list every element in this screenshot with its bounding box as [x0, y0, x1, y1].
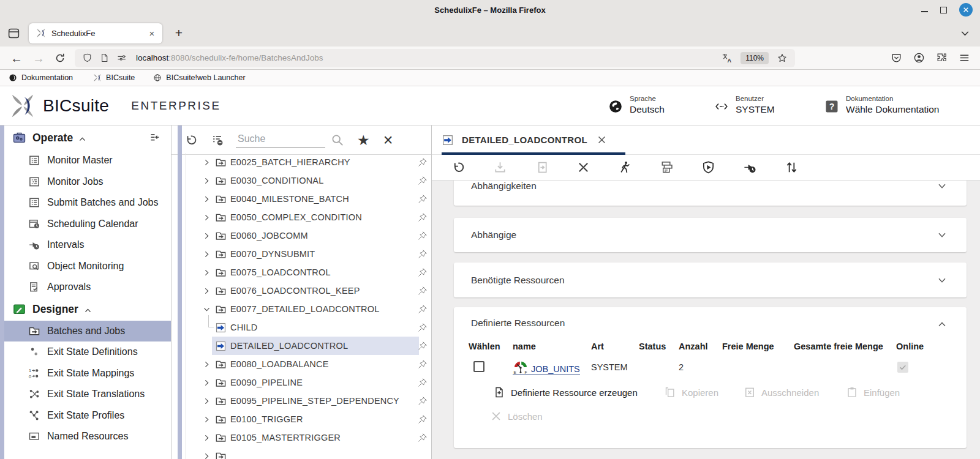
pin-icon[interactable] [418, 341, 428, 351]
chevron-up-icon[interactable] [937, 319, 947, 329]
window-maximize-button[interactable] [940, 7, 947, 13]
tree-row[interactable]: E0105_MASTERTRIGGER [172, 428, 431, 447]
chevron-right-icon[interactable] [203, 159, 211, 166]
tree-item-label[interactable]: E0060_JOBCOMM [230, 231, 308, 241]
detail-tab-detailed-loadcontrol[interactable]: DETAILED_LOADCONTROL [442, 125, 625, 154]
collapse-all-icon[interactable] [211, 133, 224, 147]
reload-button[interactable] [54, 52, 66, 64]
user-menu[interactable]: Benutzer SYSTEM [714, 95, 775, 115]
pin-icon[interactable] [418, 359, 428, 369]
favorites-star-icon[interactable]: ★ [357, 133, 370, 147]
chevron-right-icon[interactable] [203, 250, 211, 258]
submit-stack-icon[interactable] [660, 160, 674, 174]
bookmark-dokumentation[interactable]: Dokumentation [9, 73, 73, 82]
sort-icon[interactable] [785, 160, 799, 174]
tree-row[interactable]: E0100_TRIGGER [172, 410, 431, 428]
save-icon[interactable] [493, 160, 507, 174]
browser-tab[interactable]: SchedulixFe × [29, 23, 162, 43]
tree-row[interactable]: E0050_COMPLEX_CONDITION [172, 208, 431, 226]
sidebar-section-designer[interactable]: Designer [0, 298, 171, 321]
pin-icon[interactable] [418, 267, 428, 277]
section-required-resources[interactable]: Benötigte Ressourcen [454, 263, 967, 297]
sidebar-item-submit-batches-and-jobs[interactable]: Submit Batches and Jobs [0, 192, 171, 214]
bookmark-bicsuite-web-launcher[interactable]: BICsuite!web Launcher [153, 73, 245, 82]
chevron-right-icon[interactable] [203, 177, 211, 185]
new-tab-button[interactable]: + [170, 24, 188, 42]
sidebar-item-approvals[interactable]: Approvals [0, 277, 171, 298]
pin-icon[interactable] [418, 212, 428, 222]
sidebar-item-named-resources[interactable]: Named Resources [0, 426, 171, 447]
resource-link[interactable]: JOB_UNITS [531, 364, 580, 374]
page-info-icon[interactable] [99, 53, 110, 63]
pin-icon[interactable] [418, 176, 428, 185]
sidebar-item-scheduling-calendar[interactable]: Scheduling Calendar [0, 214, 171, 235]
pin-icon[interactable] [418, 414, 428, 424]
duplicate-icon[interactable] [535, 160, 549, 174]
search-input[interactable] [236, 132, 325, 147]
paste-button[interactable]: Einfügen [846, 386, 900, 398]
tree-row[interactable]: E0095_PIPELINE_STEP_DEPENDENCY [172, 392, 431, 410]
zoom-level-badge[interactable]: 110% [741, 52, 769, 64]
tree-item-label[interactable]: E0080_LOADBALANCE [230, 359, 329, 369]
chevron-right-icon[interactable] [203, 360, 211, 368]
translate-icon[interactable] [722, 53, 733, 64]
clear-search-icon[interactable]: × [383, 133, 393, 147]
tree-row[interactable]: E0030_CONDITIONAL [172, 171, 431, 190]
search-icon[interactable] [331, 133, 344, 147]
tree-item-label[interactable]: E0030_CONDITIONAL [230, 176, 324, 185]
sidebar-item-monitor-jobs[interactable]: Monitor Jobs [0, 171, 171, 193]
pin-icon[interactable] [418, 378, 428, 387]
forward-button[interactable]: → [32, 52, 45, 64]
tree-item-label[interactable]: E0070_DYNSUBMIT [230, 249, 315, 259]
chevron-down-icon[interactable] [203, 305, 211, 313]
copy-button[interactable]: Kopieren [664, 386, 718, 398]
permissions-icon[interactable] [116, 53, 127, 63]
pin-icon[interactable] [418, 231, 428, 241]
sidebar-section-operate[interactable]: Operate [0, 125, 171, 150]
language-selector[interactable]: Sprache Deutsch [608, 95, 665, 115]
chevron-down-icon[interactable] [937, 181, 947, 191]
section-dependencies[interactable]: Abhängigkeiten [454, 181, 967, 206]
chevron-right-icon[interactable] [203, 232, 211, 240]
tree-item-label[interactable]: E0040_MILESTONE_BATCH [230, 194, 349, 204]
bookmark-bicsuite[interactable]: BICsuite [93, 73, 135, 82]
tree-row[interactable]: E0080_LOADBALANCE [172, 355, 431, 373]
cut-button[interactable]: Ausschneiden [744, 386, 819, 398]
pin-icon[interactable] [418, 157, 428, 167]
pin-icon[interactable] [418, 433, 428, 442]
chevron-down-icon[interactable] [937, 230, 947, 240]
chevron-right-icon[interactable] [203, 195, 211, 203]
bookmark-star-icon[interactable] [777, 53, 788, 64]
tree-row-selected[interactable]: DETAILED_LOADCONTROL [172, 337, 431, 355]
tree-item-label[interactable]: E0100_TRIGGER [230, 414, 303, 424]
chevron-right-icon[interactable] [203, 416, 211, 424]
tree-item-label[interactable]: E0025_BATCH_HIERARCHY [230, 157, 350, 167]
shield-icon[interactable] [82, 53, 92, 63]
window-close-button[interactable] [959, 3, 973, 17]
window-minimize-button[interactable] [921, 11, 928, 12]
sidebar-item-object-monitoring[interactable]: Object Monitoring [0, 256, 171, 277]
collapse-sidebar-icon[interactable] [148, 132, 161, 143]
tree-item-label[interactable]: E0075_LOADCONTROL [230, 267, 331, 277]
shield-run-icon[interactable] [701, 160, 715, 174]
tree-row[interactable]: E0076_LOADCONTROL_KEEP [172, 282, 431, 300]
chevron-right-icon[interactable] [203, 397, 211, 405]
sidebar-item-exit-state-translations[interactable]: Exit State Translations [0, 384, 171, 405]
tree-row[interactable]: E0070_DYNSUBMIT [172, 245, 431, 263]
tree-item-label[interactable]: DETAILED_LOADCONTROL [230, 341, 348, 351]
tree-row-partial[interactable] [172, 447, 431, 459]
extensions-icon[interactable] [936, 52, 948, 64]
tree-item-label[interactable]: E0095_PIPELINE_STEP_DEPENDENCY [230, 396, 399, 406]
sidebar-item-exit-state-definitions[interactable]: Exit State Definitions [0, 341, 171, 363]
sidebar-item-batches-and-jobs[interactable]: Batches and Jobs [0, 321, 171, 342]
chevron-right-icon[interactable] [203, 214, 211, 222]
sidebar-item-monitor-master[interactable]: Monitor Master [0, 150, 171, 171]
tree-item-label[interactable]: E0090_PIPELINE [230, 378, 303, 387]
tab-list-chevron-icon[interactable] [960, 28, 970, 39]
refresh-icon[interactable] [184, 133, 198, 147]
pin-icon[interactable] [418, 304, 428, 314]
tree-item-label[interactable]: E0077_DETAILED_LOADCONTROL [230, 304, 379, 314]
documentation-selector[interactable]: Dokumentation Wähle Dokumentation [824, 95, 940, 115]
tree-row[interactable]: E0040_MILESTONE_BATCH [172, 190, 431, 208]
section-dependents[interactable]: Abhängige [454, 218, 967, 252]
